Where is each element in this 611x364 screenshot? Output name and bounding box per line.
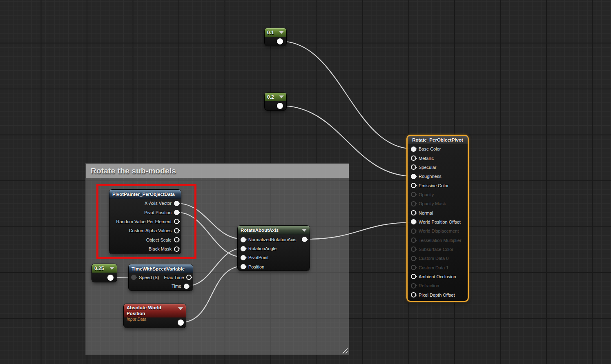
pin-row: Specular (411, 163, 468, 172)
node-header[interactable]: RotateAboutAxis (238, 226, 310, 235)
constant-node-header[interactable]: 0.2 (265, 93, 286, 101)
node-header[interactable]: PivotPainter_PerObjectData (109, 190, 181, 199)
input-pin (411, 256, 416, 261)
pin-row: Ambient Occlusion (411, 272, 468, 281)
output-pin[interactable] (174, 246, 179, 252)
pin-row: Metallic (411, 153, 468, 162)
pin-label: Custom Data 0 (419, 256, 448, 261)
pin-row: Emissive Color (411, 181, 468, 190)
input-pin[interactable] (411, 164, 416, 170)
node-header[interactable]: Absolute World Position Input Data (124, 304, 186, 317)
pin-label: Frac Time (164, 275, 184, 280)
input-pin[interactable] (241, 255, 246, 260)
pin-row: Speed (S) Frac Time (131, 273, 189, 282)
node-title: PivotPainter_PerObjectData (112, 192, 175, 197)
pin-row: Opacity (411, 190, 468, 199)
pin-row: Roughness (411, 172, 468, 181)
pin-label: Pivot Position (144, 210, 172, 215)
dropdown-arrow-icon[interactable] (279, 31, 284, 34)
pin-row: Custom Data 1 (411, 263, 468, 272)
wire[interactable] (280, 106, 414, 176)
pin-label: Ambient Occlusion (419, 274, 456, 279)
pin-label: Time (172, 284, 181, 289)
absolute-world-position-node[interactable]: Absolute World Position Input Data (124, 304, 186, 328)
output-pin[interactable] (174, 219, 179, 224)
material-output-node[interactable]: Rotate_PerObjectPivot Base Color Metalli… (406, 135, 469, 302)
pin-row: Subsurface Color (411, 245, 468, 254)
pin-row: Black Mask (109, 244, 181, 253)
output-pin[interactable] (178, 320, 184, 326)
pin-label: Opacity (419, 192, 434, 197)
constant-node-header[interactable]: 0.25 (92, 264, 117, 273)
rotate-about-axis-node[interactable]: RotateAboutAxis NormalizedRotationAxis R… (238, 226, 310, 271)
pin-row: Tessellation Multiplier (411, 235, 468, 244)
node-title: Absolute World Position (127, 305, 178, 317)
pivot-painter-node[interactable]: PivotPainter_PerObjectData X-Axis Vector… (109, 190, 181, 254)
output-pin[interactable] (174, 201, 179, 206)
node-subtitle: Input Data (127, 317, 178, 322)
input-pin (411, 265, 416, 270)
output-pin[interactable] (184, 284, 189, 289)
pin-row: Refraction (411, 281, 468, 290)
pin-label: PivotPoint (248, 255, 269, 260)
pin-row: Custom Alpha Values (109, 226, 181, 235)
node-title: Rotate_PerObjectPivot (412, 138, 463, 142)
pin-label: Roughness (419, 174, 442, 179)
constant-node-0-1[interactable]: 0.1 (265, 28, 286, 46)
input-pin[interactable] (131, 275, 136, 280)
input-pin[interactable] (411, 219, 416, 224)
pin-row: Object Scale (109, 235, 181, 244)
pin-row: NormalizedRotationAxis (241, 235, 310, 244)
dropdown-arrow-icon[interactable] (109, 267, 114, 270)
output-pin[interactable] (107, 275, 114, 281)
pin-label: Tessellation Multiplier (419, 238, 462, 243)
output-pin[interactable] (174, 228, 179, 233)
output-pin[interactable] (186, 275, 192, 280)
input-pin[interactable] (411, 210, 416, 215)
node-header[interactable]: Rotate_PerObjectPivot (408, 136, 468, 144)
constant-value: 0.25 (94, 266, 104, 271)
output-pin[interactable] (302, 237, 307, 242)
output-pin[interactable] (277, 38, 283, 44)
input-pin[interactable] (411, 292, 416, 297)
input-pin[interactable] (411, 174, 416, 179)
output-pin[interactable] (277, 103, 283, 109)
pin-label: Base Color (419, 146, 441, 151)
pin-label: Opacity Mask (419, 201, 446, 206)
node-title: TimeWithSpeedVariable (132, 266, 185, 271)
input-pin[interactable] (241, 246, 246, 251)
input-pin[interactable] (411, 155, 416, 161)
pin-label: Black Mask (149, 246, 172, 251)
dropdown-arrow-icon[interactable] (302, 229, 307, 232)
constant-node-0-2[interactable]: 0.2 (265, 93, 286, 110)
input-pin[interactable] (411, 183, 416, 188)
wire[interactable] (176, 203, 243, 239)
wire[interactable] (280, 41, 414, 149)
constant-node-header[interactable]: 0.1 (265, 28, 286, 37)
constant-value: 0.2 (267, 94, 274, 100)
input-pin[interactable] (241, 264, 246, 269)
pin-label: Random Value Per Element (116, 219, 172, 224)
input-pin[interactable] (411, 146, 416, 152)
constant-value: 0.1 (267, 30, 274, 36)
material-graph-canvas[interactable]: { "comment": { "title": "Rotate the sub-… (0, 0, 611, 364)
dropdown-arrow-icon[interactable] (178, 307, 183, 310)
pin-row: Pivot Position (109, 208, 181, 217)
pin-row: X-Axis Vector (109, 199, 181, 208)
pin-row: Normal (411, 208, 468, 217)
node-header[interactable]: TimeWithSpeedVariable (129, 264, 193, 273)
pin-label: X-Axis Vector (145, 201, 172, 206)
pin-label: Custom Data 1 (419, 265, 448, 270)
output-pin[interactable] (174, 237, 179, 242)
pin-row: Opacity Mask (411, 199, 468, 208)
output-pin[interactable] (174, 210, 179, 215)
constant-node-0-25[interactable]: 0.25 (92, 264, 117, 282)
input-pin (411, 192, 416, 197)
input-pin[interactable] (411, 274, 416, 279)
wire[interactable] (307, 222, 414, 239)
time-with-speed-node[interactable]: TimeWithSpeedVariable Speed (S) Frac Tim… (129, 264, 193, 291)
pin-row: Time (131, 282, 189, 291)
input-pin[interactable] (241, 237, 246, 242)
pin-label: World Position Offset (419, 220, 461, 224)
dropdown-arrow-icon[interactable] (279, 95, 284, 98)
